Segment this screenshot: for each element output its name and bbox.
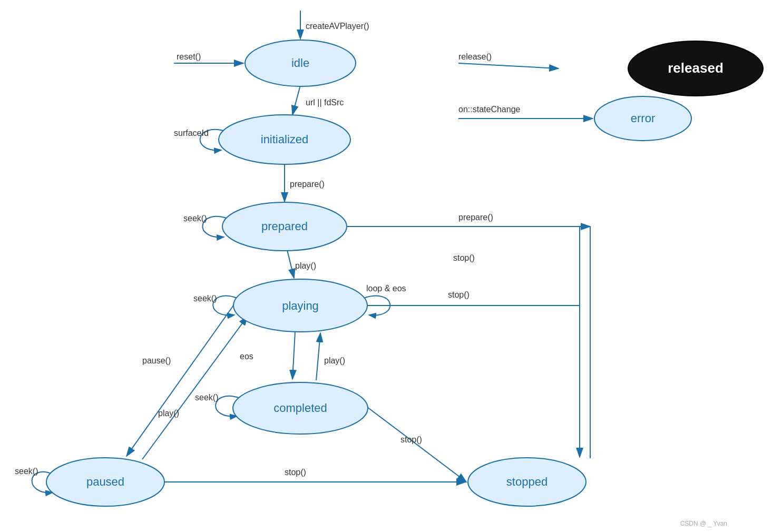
- label-state-prepared: prepared: [261, 220, 308, 233]
- arrow-paused-playing: [142, 316, 248, 459]
- arrow-idle-init: [292, 85, 300, 115]
- label-eos: eos: [240, 352, 253, 361]
- label-stop-top: stop(): [453, 253, 475, 262]
- label-stop-playing: stop(): [448, 290, 470, 299]
- label-seek-paused: seek(): [15, 467, 38, 476]
- label-play-completed: play(): [324, 356, 345, 365]
- label-stop-paused: stop(): [285, 468, 306, 477]
- label-url-fdsrc: url || fdSrc: [306, 98, 344, 107]
- label-state-change: on::stateChange: [458, 105, 521, 114]
- label-seek-completed: seek(): [195, 393, 218, 402]
- label-pause: pause(): [142, 356, 171, 365]
- label-state-completed: completed: [273, 401, 327, 415]
- label-release: release(): [458, 52, 492, 61]
- label-reset: reset(): [177, 52, 201, 61]
- label-stop-completed: stop(): [400, 435, 422, 444]
- label-seek-prepared: seek(): [183, 214, 207, 223]
- label-state-error: error: [631, 112, 655, 125]
- label-prepare-stopped: prepare(): [458, 213, 493, 222]
- label-state-paused: paused: [86, 475, 124, 488]
- label-seek-playing: seek(): [193, 294, 217, 303]
- arrow-idle-released: [458, 63, 559, 68]
- label-loop-eos: loop & eos: [366, 284, 406, 293]
- label-state-released: released: [668, 60, 724, 76]
- arrow-prepared-playing: [287, 250, 294, 278]
- label-create: createAVPlayer(): [306, 22, 369, 31]
- label-state-stopped: stopped: [506, 475, 548, 488]
- label-play-prepared: play(): [295, 261, 316, 270]
- diagram-container: createAVPlayer() reset() url || fdSrc su…: [0, 0, 772, 532]
- arrow-playing-completed: [292, 332, 295, 379]
- label-prepare1: prepare(): [290, 180, 325, 189]
- label-play-paused: play(): [158, 409, 179, 418]
- arrow-playing-paused: [126, 300, 237, 456]
- label-state-initialized: initialized: [261, 133, 309, 146]
- arrow-completed-playing: [316, 333, 320, 380]
- label-state-playing: playing: [282, 299, 319, 312]
- label-surfaceid: surfaceId: [174, 129, 209, 137]
- label-state-idle: idle: [291, 56, 309, 70]
- watermark: CSDN @ _ Yvan: [680, 520, 727, 527]
